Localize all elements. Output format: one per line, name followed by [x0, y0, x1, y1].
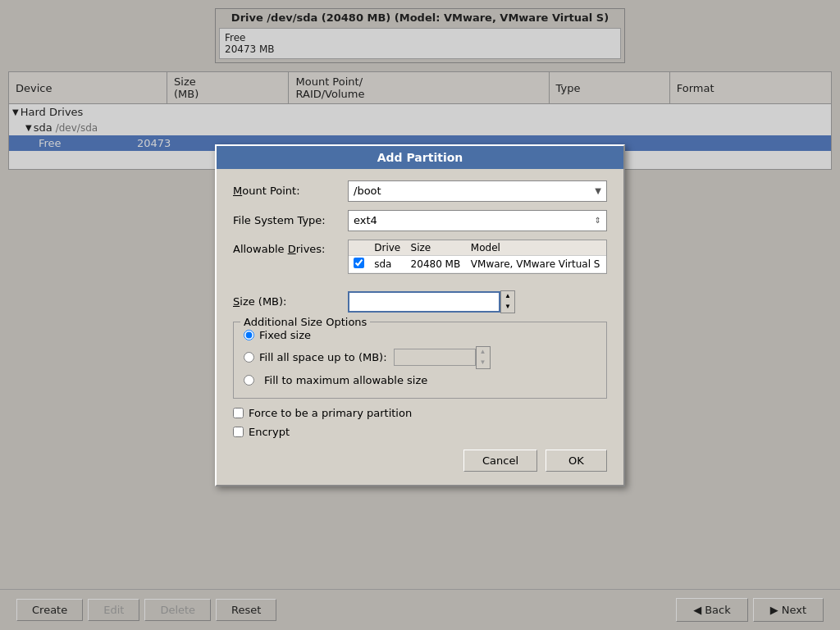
size-label: Size (MB): — [233, 295, 348, 308]
drives-col-check — [349, 240, 369, 256]
fill-space-spin: ▲ ▼ — [476, 346, 491, 369]
drives-row-size: 20480 MB — [406, 255, 466, 272]
fill-space-up-button: ▲ — [477, 347, 490, 358]
ok-button[interactable]: OK — [546, 450, 607, 472]
size-control: 100 ▲ ▼ — [348, 290, 607, 313]
filesystem-type-select[interactable]: ext4 ⇕ — [348, 210, 607, 231]
mount-point-row: Mount Point: /boot ▼ — [233, 180, 607, 202]
mount-point-label: Mount Point: — [233, 185, 348, 197]
drives-col-model: Model — [466, 240, 606, 256]
size-input-container: 100 ▲ ▼ — [348, 290, 515, 313]
fill-max-radio[interactable] — [244, 375, 254, 386]
drives-row-checkbox[interactable] — [354, 258, 364, 268]
size-up-button[interactable]: ▲ — [501, 291, 514, 302]
additional-size-legend: Additional Size Options — [240, 316, 370, 328]
drives-row-checkbox-cell — [349, 255, 369, 272]
allowable-drives-row: Allowable Drives: Drive Size Model — [233, 240, 607, 282]
filesystem-arrow-icon: ⇕ — [595, 216, 601, 225]
fill-space-input: 1 — [394, 349, 476, 366]
drives-row-sda[interactable]: sda 20480 MB VMware, VMware Virtual S — [349, 255, 606, 272]
size-input[interactable]: 100 — [348, 291, 500, 313]
filesystem-type-control: ext4 ⇕ — [348, 210, 607, 231]
additional-size-group: Additional Size Options Fixed size Fill … — [233, 322, 607, 399]
add-partition-dialog: Add Partition Mount Point: /boot ▼ File … — [215, 144, 625, 486]
fill-space-radio[interactable] — [244, 352, 254, 363]
force-primary-label: Force to be a primary partition — [249, 407, 412, 419]
fixed-size-radio[interactable] — [244, 330, 254, 340]
fill-space-row: Fill all space up to (MB): 1 ▲ ▼ — [244, 346, 596, 369]
filesystem-type-row: File System Type: ext4 ⇕ — [233, 210, 607, 231]
allowable-drives-control: Drive Size Model sda — [348, 240, 607, 282]
mount-point-control: /boot ▼ — [348, 180, 607, 202]
fill-max-label: Fill to maximum allowable size — [264, 374, 427, 386]
fill-max-row: Fill to maximum allowable size — [244, 374, 596, 386]
mount-point-arrow-icon: ▼ — [595, 186, 601, 195]
fill-space-down-button: ▼ — [477, 358, 490, 368]
drives-table-container: Drive Size Model sda — [348, 240, 607, 274]
size-down-button[interactable]: ▼ — [501, 302, 514, 313]
encrypt-checkbox[interactable] — [233, 427, 244, 437]
fixed-size-row: Fixed size — [244, 329, 596, 341]
mount-point-value: /boot — [354, 185, 381, 197]
cancel-button[interactable]: Cancel — [463, 450, 537, 472]
drives-col-drive: Drive — [369, 240, 405, 256]
encrypt-label: Encrypt — [249, 426, 290, 438]
allowable-drives-label: Allowable Drives: — [233, 240, 348, 255]
force-primary-row: Force to be a primary partition — [233, 407, 607, 419]
filesystem-type-value: ext4 — [354, 214, 377, 226]
fixed-size-label: Fixed size — [259, 329, 311, 341]
fill-space-label: Fill all space up to (MB): — [259, 351, 387, 363]
filesystem-type-label: File System Type: — [233, 214, 348, 226]
size-spin-buttons: ▲ ▼ — [500, 290, 515, 313]
encrypt-row: Encrypt — [233, 426, 607, 438]
dialog-buttons: Cancel OK — [233, 445, 607, 473]
drives-row-drive: sda — [369, 255, 405, 272]
mount-point-select[interactable]: /boot ▼ — [348, 180, 607, 202]
dialog-body: Mount Point: /boot ▼ File System Type: e… — [217, 169, 623, 485]
modal-overlay: Add Partition Mount Point: /boot ▼ File … — [0, 0, 840, 630]
drives-row-model: VMware, VMware Virtual S — [466, 255, 606, 272]
drives-table: Drive Size Model sda — [349, 240, 606, 273]
dialog-title: Add Partition — [217, 146, 623, 169]
drives-col-size: Size — [406, 240, 466, 256]
size-row: Size (MB): 100 ▲ ▼ — [233, 290, 607, 313]
force-primary-checkbox[interactable] — [233, 408, 244, 418]
